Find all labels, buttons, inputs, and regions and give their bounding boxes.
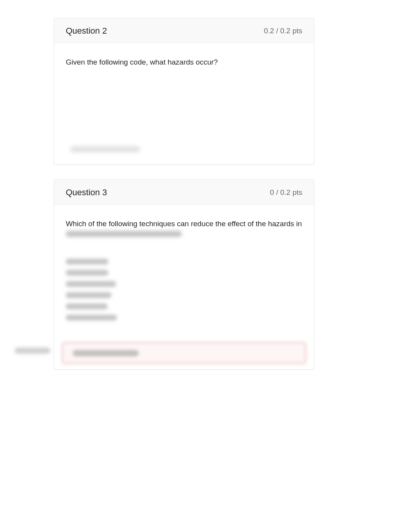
question-prompt-3: Which of the following techniques can re… — [66, 218, 302, 229]
blurred-prompt-continuation — [66, 231, 302, 237]
blurred-code-line — [66, 315, 117, 321]
incorrect-answer-option — [62, 342, 306, 364]
blurred-answer-text — [73, 350, 139, 356]
blurred-code-line — [66, 270, 108, 276]
blurred-code-line — [66, 292, 111, 298]
blurred-code-line — [66, 259, 108, 264]
question-points-3: 0 / 0.2 pts — [270, 188, 302, 197]
question-points-2: 0.2 / 0.2 pts — [264, 27, 302, 35]
blurred-label — [15, 348, 50, 354]
blurred-line — [66, 231, 182, 237]
blurred-text — [70, 147, 140, 152]
question-prompt-2: Given the following code, what hazards o… — [66, 56, 302, 68]
incorrect-marker-label — [15, 348, 50, 354]
question-title-2: Question 2 — [66, 26, 107, 36]
blurred-content-2 — [59, 144, 309, 160]
blurred-code-block — [66, 259, 302, 321]
blurred-code-line — [66, 304, 108, 309]
question-card-2: Question 2 0.2 / 0.2 pts Given the follo… — [54, 18, 314, 165]
question-body-2: Given the following code, what hazards o… — [54, 43, 314, 144]
question-body-3: Which of the following techniques can re… — [54, 205, 314, 338]
blurred-code-line — [66, 281, 116, 287]
question-header-2: Question 2 0.2 / 0.2 pts — [54, 18, 314, 43]
question-card-3: Question 3 0 / 0.2 pts Which of the foll… — [54, 179, 314, 370]
question-title-3: Question 3 — [66, 188, 107, 198]
question-header-3: Question 3 0 / 0.2 pts — [54, 180, 314, 205]
